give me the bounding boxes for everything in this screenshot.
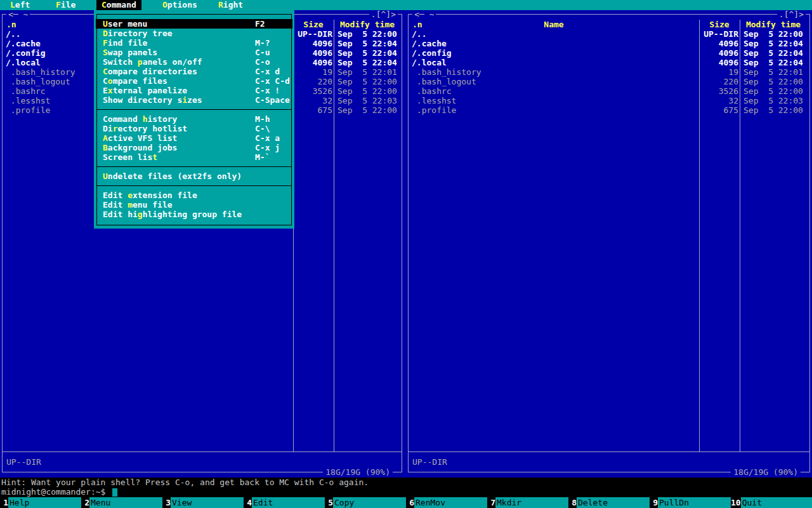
- file-mtime: Sep 5 22:03: [743, 96, 803, 105]
- menu-item-screen-list[interactable]: Screen listM-`: [96, 152, 292, 162]
- file-name: .profile: [412, 105, 456, 115]
- menu-items: User menuF2Directory treeFind fileM-?Swa…: [94, 19, 294, 219]
- function-key-label: Menu: [89, 497, 162, 508]
- file-name: .bash_history: [412, 67, 481, 77]
- file-size: UP--DIR: [700, 29, 738, 39]
- function-key-delete[interactable]: 8 Delete: [568, 497, 650, 508]
- function-key-edit[interactable]: 4 Edit: [244, 497, 325, 508]
- menubar-item-command[interactable]: Command: [96, 0, 141, 10]
- panel-nav-icons[interactable]: .[^]>: [777, 10, 806, 19]
- menu-item-shortcut: C-x !: [255, 86, 280, 95]
- file-mtime: Sep 5 22:00: [743, 105, 803, 115]
- function-key-number: 1: [0, 497, 8, 508]
- menu-item-directory-hotlist[interactable]: Directory hotlistC-\: [96, 124, 292, 133]
- menu-item-user-menu[interactable]: User menuF2: [96, 19, 292, 29]
- menu-item-undelete-files-ext2fs-only[interactable]: Undelete files (ext2fs only): [96, 171, 292, 181]
- function-key-pulldn[interactable]: 9 PullDn: [650, 497, 731, 508]
- menu-separator: [96, 105, 292, 114]
- file-name: /.config: [412, 48, 452, 58]
- menubar-item-options[interactable]: Options: [157, 0, 202, 10]
- column-header-mtime[interactable]: Modify time: [334, 20, 400, 29]
- file-mtime: Sep 5 22:04: [743, 58, 803, 67]
- file-row[interactable]: .bashrc 3526 Sep 5 22:00: [409, 86, 809, 96]
- file-panel-right: <─ ~ .[^]> .n Name Size Modify time /.. …: [408, 14, 810, 472]
- column-header-name[interactable]: Name: [409, 20, 699, 29]
- menu-item-shortcut: C-o: [255, 57, 270, 67]
- menubar-item-file[interactable]: File: [51, 0, 81, 10]
- column-header-mtime[interactable]: Modify time: [740, 20, 806, 29]
- menu-item-label: Swap panels: [103, 48, 157, 57]
- menu-item-label: Find file: [103, 38, 147, 48]
- function-key-help[interactable]: 1 Help: [0, 497, 81, 508]
- file-mtime: Sep 5 22:04: [337, 39, 397, 48]
- menu-item-switch-panels-on-off[interactable]: Switch panels on/offC-o: [96, 57, 292, 67]
- function-key-mkdir[interactable]: 7 Mkdir: [487, 497, 568, 508]
- function-key-renmov[interactable]: 6 RenMov: [406, 497, 487, 508]
- function-key-copy[interactable]: 5 Copy: [325, 497, 406, 508]
- menu-item-label: Command history: [103, 114, 177, 124]
- function-key-label: Copy: [333, 497, 406, 508]
- file-row[interactable]: /.config 4096 Sep 5 22:04: [409, 48, 809, 58]
- file-mtime: Sep 5 22:00: [743, 86, 803, 96]
- menu-item-compare-files[interactable]: Compare filesC-x C-d: [96, 76, 292, 86]
- file-size: UP--DIR: [294, 29, 332, 39]
- function-key-view[interactable]: 3 View: [162, 497, 244, 508]
- menu-item-background-jobs[interactable]: Background jobsC-x j: [96, 143, 292, 152]
- file-mtime: Sep 5 22:04: [743, 48, 803, 58]
- menu-item-shortcut: C-\: [255, 124, 270, 133]
- menu-item-external-panelize[interactable]: External panelizeC-x !: [96, 86, 292, 95]
- file-row[interactable]: .lesshst 32 Sep 5 22:03: [409, 96, 809, 105]
- function-key-quit[interactable]: 10 Quit: [731, 497, 812, 508]
- function-key-number: 9: [650, 497, 658, 508]
- menu-item-active-vfs-list[interactable]: Active VFS listC-x a: [96, 133, 292, 143]
- file-size: 675: [294, 105, 332, 115]
- menu-item-shortcut: M-?: [255, 38, 270, 48]
- file-name: /.cache: [412, 39, 447, 48]
- menu-item-label: Edit menu file: [103, 200, 173, 210]
- menu-item-label: Show directory sizes: [103, 95, 202, 105]
- menu-item-command-history[interactable]: Command historyM-h: [96, 114, 292, 124]
- file-size: 32: [294, 96, 332, 105]
- history-back-icon[interactable]: <─: [414, 10, 424, 19]
- file-mtime: Sep 5 22:01: [337, 67, 397, 77]
- file-row[interactable]: .profile 675 Sep 5 22:00: [409, 105, 809, 115]
- menubar-item-right[interactable]: Right: [213, 0, 248, 10]
- menu-item-show-directory-sizes[interactable]: Show directory sizesC-Space: [96, 95, 292, 105]
- file-row[interactable]: /.. UP--DIR Sep 5 22:00: [409, 29, 809, 39]
- file-mtime: Sep 5 22:00: [337, 29, 397, 39]
- file-mtime: Sep 5 22:04: [337, 48, 397, 58]
- menu-item-edit-menu-file[interactable]: Edit menu file: [96, 200, 292, 210]
- column-header-size[interactable]: Size: [700, 20, 739, 29]
- menu-item-shortcut: C-Space: [255, 95, 290, 105]
- file-row[interactable]: .bash_logout 220 Sep 5 22:00: [409, 77, 809, 86]
- file-row[interactable]: /.local 4096 Sep 5 22:04: [409, 58, 809, 67]
- file-row[interactable]: /.cache 4096 Sep 5 22:04: [409, 39, 809, 48]
- menu-item-directory-tree[interactable]: Directory tree: [96, 29, 292, 38]
- file-mtime: Sep 5 22:04: [743, 39, 803, 48]
- column-header-size[interactable]: Size: [294, 20, 333, 29]
- menu-item-shortcut: C-u: [255, 48, 270, 57]
- menu-item-label: Switch panels on/off: [103, 57, 202, 67]
- menu-item-edit-highlighting-group-file[interactable]: Edit highlighting group file: [96, 210, 292, 219]
- menu-item-label: User menu: [103, 19, 147, 29]
- file-mtime: Sep 5 22:00: [337, 105, 397, 115]
- file-name: /.cache: [6, 39, 41, 48]
- mini-status: UP--DIR: [6, 457, 41, 467]
- shell-prompt[interactable]: midnight@commander:~$: [1, 487, 105, 497]
- file-size: 220: [294, 77, 332, 86]
- menu-item-find-file[interactable]: Find fileM-?: [96, 38, 292, 48]
- panel-nav-icons[interactable]: .[^]>: [369, 10, 398, 19]
- menu-item-edit-extension-file[interactable]: Edit extension file: [96, 190, 292, 200]
- panel-path-bar[interactable]: <─ ~: [6, 10, 30, 19]
- menu-item-compare-directories[interactable]: Compare directoriesC-x d: [96, 67, 292, 76]
- menu-item-label: Screen list: [103, 152, 157, 162]
- menubar-item-left[interactable]: Left: [5, 0, 35, 10]
- menu-item-swap-panels[interactable]: Swap panelsC-u: [96, 48, 292, 57]
- menu-separator: [96, 162, 292, 171]
- function-key-menu[interactable]: 2 Menu: [81, 497, 162, 508]
- panel-path-bar[interactable]: <─ ~: [412, 10, 436, 19]
- terminal-cursor: [112, 488, 117, 497]
- history-back-icon[interactable]: <─: [8, 10, 18, 19]
- file-row[interactable]: .bash_history 19 Sep 5 22:01: [409, 67, 809, 77]
- file-size: 4096: [700, 58, 738, 67]
